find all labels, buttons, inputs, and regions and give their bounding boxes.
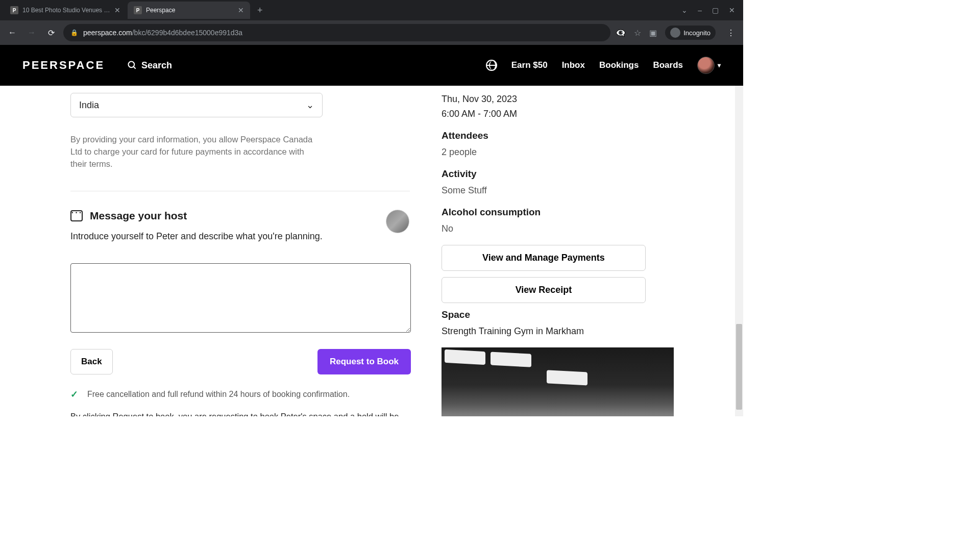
tab-photo-studios[interactable]: P 10 Best Photo Studio Venues - T ✕ bbox=[4, 2, 127, 19]
request-to-book-button[interactable]: Request to Book bbox=[317, 349, 411, 374]
site-header: PEERSPACE Search Earn $50 Inbox Bookings… bbox=[0, 45, 743, 86]
chat-icon bbox=[70, 210, 83, 221]
avatar bbox=[697, 57, 715, 74]
incognito-label: Incognito bbox=[683, 29, 710, 37]
back-button[interactable]: Back bbox=[70, 349, 113, 374]
kebab-menu-icon[interactable]: ⋮ bbox=[724, 28, 738, 38]
account-menu[interactable]: ▾ bbox=[697, 57, 721, 74]
back-button[interactable]: ← bbox=[5, 26, 19, 40]
window-controls: ⌄ – ▢ ✕ bbox=[681, 6, 739, 14]
close-icon[interactable]: ✕ bbox=[238, 6, 244, 14]
booking-time: 6:00 AM - 7:00 AM bbox=[442, 107, 676, 121]
globe-icon[interactable] bbox=[486, 60, 497, 71]
logo[interactable]: PEERSPACE bbox=[22, 59, 105, 72]
bookmark-icon[interactable]: ☆ bbox=[634, 28, 641, 38]
tab-title: Peerspace bbox=[146, 7, 234, 14]
activity-value: Some Stuff bbox=[442, 184, 676, 197]
divider bbox=[70, 191, 410, 191]
lock-icon: 🔒 bbox=[70, 29, 78, 36]
alcohol-value: No bbox=[442, 222, 676, 236]
view-payments-button[interactable]: View and Manage Payments bbox=[442, 245, 646, 271]
search-label: Search bbox=[141, 60, 172, 71]
chevron-down-icon: ⌄ bbox=[306, 99, 314, 111]
search-link[interactable]: Search bbox=[127, 60, 172, 71]
booking-terms: By clicking Request to book, you are req… bbox=[70, 410, 410, 416]
browser-toolbar: ← → ⟳ 🔒 peerspace.com/bkc/6299b4d6bdee15… bbox=[0, 20, 743, 45]
activity-label: Activity bbox=[442, 168, 676, 180]
search-icon bbox=[127, 60, 137, 70]
incognito-icon bbox=[670, 28, 680, 38]
incognito-badge[interactable]: Incognito bbox=[665, 26, 716, 40]
check-icon: ✓ bbox=[70, 389, 78, 400]
svg-line-1 bbox=[134, 67, 136, 69]
country-value: India bbox=[79, 100, 99, 111]
panel-icon[interactable]: ▣ bbox=[649, 28, 657, 38]
favicon: P bbox=[134, 6, 142, 14]
nav-earn[interactable]: Earn $50 bbox=[511, 60, 548, 70]
message-host-subtitle: Introduce yourself to Peter and describe… bbox=[70, 231, 386, 242]
forward-button[interactable]: → bbox=[24, 26, 39, 40]
host-avatar bbox=[386, 210, 409, 233]
favicon: P bbox=[10, 6, 18, 14]
eye-off-icon[interactable]: 👁‍🗨 bbox=[616, 28, 626, 38]
url-text: peerspace.com/bkc/6299b4d6bdee15000e991d… bbox=[83, 29, 242, 37]
browser-tab-strip: P 10 Best Photo Studio Venues - T ✕ P Pe… bbox=[0, 0, 743, 20]
tab-peerspace[interactable]: P Peerspace ✕ bbox=[128, 2, 250, 19]
space-image bbox=[442, 347, 674, 416]
chevron-down-icon[interactable]: ⌄ bbox=[681, 6, 688, 14]
scrollbar[interactable] bbox=[735, 86, 743, 416]
space-value: Strength Training Gym in Markham bbox=[442, 324, 676, 338]
nav-bookings[interactable]: Bookings bbox=[599, 60, 639, 70]
booking-date: Thu, Nov 30, 2023 bbox=[442, 92, 676, 106]
card-disclosure: By providing your card information, you … bbox=[70, 134, 321, 170]
tab-title: 10 Best Photo Studio Venues - T bbox=[22, 7, 110, 14]
space-label: Space bbox=[442, 309, 676, 320]
url-actions: 👁‍🗨 ☆ ▣ Incognito ⋮ bbox=[616, 26, 738, 40]
alcohol-label: Alcohol consumption bbox=[442, 207, 676, 218]
attendees-label: Attendees bbox=[442, 130, 676, 141]
scrollbar-thumb[interactable] bbox=[736, 324, 742, 410]
chevron-down-icon: ▾ bbox=[718, 62, 721, 69]
minimize-button[interactable]: – bbox=[698, 6, 702, 14]
message-host-title: Message your host bbox=[90, 210, 187, 222]
attendees-value: 2 people bbox=[442, 145, 676, 159]
view-receipt-button[interactable]: View Receipt bbox=[442, 277, 646, 303]
country-select[interactable]: India ⌄ bbox=[70, 93, 323, 117]
nav-inbox[interactable]: Inbox bbox=[562, 60, 585, 70]
window-close-button[interactable]: ✕ bbox=[729, 6, 735, 14]
cancellation-text: Free cancellation and full refund within… bbox=[87, 390, 350, 399]
address-bar[interactable]: 🔒 peerspace.com/bkc/6299b4d6bdee15000e99… bbox=[63, 24, 610, 41]
message-input[interactable] bbox=[70, 263, 411, 333]
maximize-button[interactable]: ▢ bbox=[712, 6, 719, 14]
new-tab-button[interactable]: + bbox=[251, 5, 269, 16]
close-icon[interactable]: ✕ bbox=[114, 6, 120, 14]
reload-button[interactable]: ⟳ bbox=[44, 26, 58, 40]
nav-boards[interactable]: Boards bbox=[653, 60, 683, 70]
svg-point-0 bbox=[129, 62, 135, 68]
